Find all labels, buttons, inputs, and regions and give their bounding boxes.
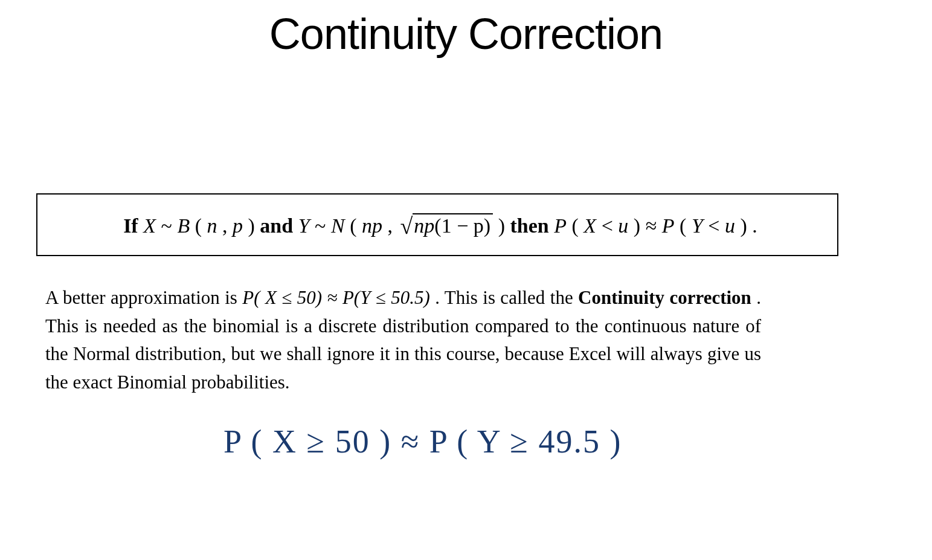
- body-post: . This is called the: [435, 287, 578, 308]
- page-title: Continuity Correction: [0, 9, 932, 59]
- comma-1: ,: [222, 214, 233, 237]
- body-formula: P( X ≤ 50) ≈ P(Y ≤ 50.5): [242, 287, 429, 308]
- paren-close-3: ): [634, 214, 640, 237]
- np-2: np: [414, 214, 434, 237]
- u-2: u: [725, 214, 735, 237]
- paren-close-2: ): [498, 214, 505, 237]
- paren-close-1: ): [248, 214, 254, 237]
- comma-2: ,: [387, 214, 397, 237]
- x-var-2: X: [583, 214, 596, 237]
- px-1: P: [554, 214, 567, 237]
- tilde-1: ~: [161, 214, 177, 237]
- py-1: P: [662, 214, 675, 237]
- y-var: Y: [298, 214, 310, 237]
- paren-open-3: (: [572, 214, 579, 237]
- np-1: np: [362, 214, 382, 237]
- lt-1: <: [602, 214, 619, 237]
- x-var: X: [143, 214, 156, 237]
- period: .: [752, 214, 757, 237]
- n-func: N: [331, 214, 345, 237]
- body-pre: A better approximation is: [45, 287, 242, 308]
- rule-box: If X ~ B ( n , p ) and Y ~ N ( np , np(1…: [36, 193, 838, 256]
- approx-1: ≈: [646, 214, 662, 237]
- lt-2: <: [708, 214, 725, 237]
- if-label: If: [123, 214, 143, 237]
- sqrt-icon: np(1 − p): [397, 211, 493, 238]
- body-paragraph: A better approximation is P( X ≤ 50) ≈ P…: [45, 284, 761, 396]
- and-label: and: [260, 214, 298, 237]
- paren-open-1: (: [195, 214, 202, 237]
- n-1: n: [207, 214, 217, 237]
- paren-close-4: ): [741, 214, 747, 237]
- slide: Continuity Correction If X ~ B ( n , p )…: [0, 0, 932, 560]
- then-label: then: [510, 214, 554, 237]
- one-minus-p: (1 − p): [434, 214, 490, 237]
- paren-open-2: (: [350, 214, 356, 237]
- tilde-2: ~: [315, 214, 331, 237]
- b-func: B: [177, 214, 190, 237]
- y-var-2: Y: [692, 214, 703, 237]
- handwritten-annotation: P ( X ≥ 50 ) ≈ P ( Y ≥ 49.5 ): [223, 423, 828, 460]
- p-1: p: [233, 214, 243, 237]
- continuity-correction-bold: Continuity correction: [578, 287, 751, 308]
- paren-open-4: (: [680, 214, 686, 237]
- u-1: u: [618, 214, 628, 237]
